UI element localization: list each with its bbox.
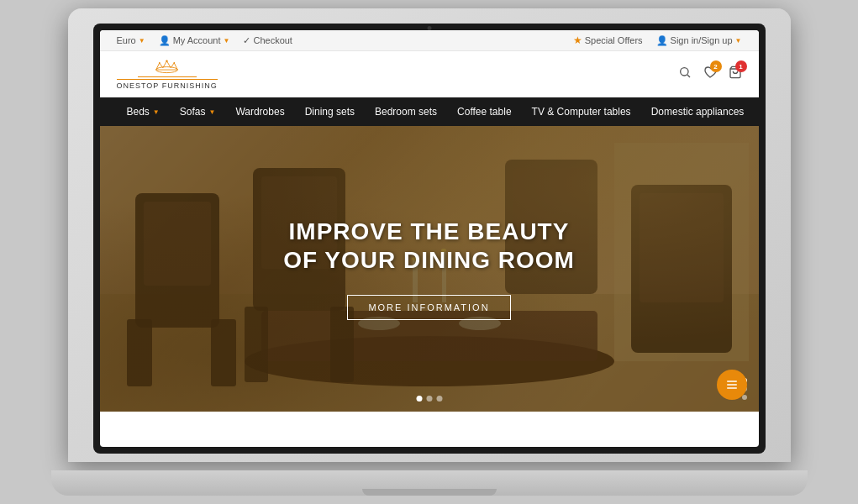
nav-label-coffee-table: Coffee table [457, 106, 512, 118]
nav-label-dining-sets: Dining sets [305, 106, 355, 118]
browser-screen: Euro ▼ 👤 My Account ▼ ✓ Checkout [100, 30, 759, 447]
checkout-icon: ✓ [243, 35, 250, 46]
account-label: My Account [173, 35, 221, 45]
cart-button[interactable]: 1 [729, 66, 742, 82]
slider-dot-1[interactable] [416, 396, 422, 402]
nav-item-coffee-table[interactable]: Coffee table [447, 97, 522, 126]
header-icons: 2 1 [678, 66, 742, 82]
person-icon: 👤 [656, 35, 668, 46]
search-button[interactable] [678, 66, 692, 82]
logo-text: ONESTOP FURNISHING [117, 79, 218, 90]
hero-title: IMPROVE THE BEAUTY OF YOUR DINING ROOM [283, 218, 575, 274]
logo-separator [138, 76, 197, 77]
nav-item-bedroom-sets[interactable]: Bedroom sets [365, 97, 447, 126]
main-nav: Beds ▼ Sofas ▼ Wardrobes Dining sets Bed [100, 97, 759, 126]
menu-icon [725, 378, 739, 391]
slider-dot-3[interactable] [436, 396, 442, 402]
float-menu-button[interactable] [717, 370, 747, 400]
hero-title-line2: OF YOUR DINING ROOM [283, 247, 575, 273]
nav-label-wardrobes: Wardrobes [235, 106, 284, 118]
special-offers-link[interactable]: ★ Special Offers [573, 34, 643, 46]
site-header: ONESTOP FURNISHING [100, 51, 759, 97]
nav-item-tv-computer[interactable]: TV & Computer tables [522, 97, 641, 126]
signin-dropdown-arrow: ▼ [735, 37, 742, 45]
account-icon: 👤 [159, 35, 171, 46]
sofas-dropdown-arrow: ▼ [208, 108, 215, 116]
hero-content: IMPROVE THE BEAUTY OF YOUR DINING ROOM M… [100, 126, 759, 412]
camera-dot [427, 26, 431, 30]
laptop-base [51, 470, 808, 496]
my-account-link[interactable]: 👤 My Account ▼ [159, 35, 230, 46]
wishlist-button[interactable]: 2 [703, 66, 717, 82]
svg-point-2 [166, 60, 167, 61]
logo[interactable]: ONESTOP FURNISHING [117, 58, 218, 90]
signin-link[interactable]: 👤 Sign in/Sign up ▼ [656, 35, 742, 46]
hero-title-line1: IMPROVE THE BEAUTY [289, 218, 570, 244]
nav-item-domestic[interactable]: Domestic appliances [641, 97, 755, 126]
nav-item-dining-sets[interactable]: Dining sets [295, 97, 365, 126]
top-bar: Euro ▼ 👤 My Account ▼ ✓ Checkout [100, 30, 759, 51]
svg-point-5 [680, 68, 687, 76]
crown-svg [152, 58, 182, 75]
nav-label-beds: Beds [127, 106, 150, 118]
cart-badge: 1 [735, 60, 747, 72]
svg-rect-33 [727, 384, 737, 385]
nav-item-sofas[interactable]: Sofas ▼ [170, 97, 226, 126]
svg-line-6 [687, 75, 690, 77]
checkout-link[interactable]: ✓ Checkout [243, 35, 292, 46]
star-icon: ★ [573, 34, 582, 46]
slider-dot-2[interactable] [426, 396, 432, 402]
nav-item-beds[interactable]: Beds ▼ [117, 97, 170, 126]
currency-selector[interactable]: Euro ▼ [117, 35, 145, 45]
nav-label-bedroom-sets: Bedroom sets [375, 106, 437, 118]
hero-section: IMPROVE THE BEAUTY OF YOUR DINING ROOM M… [100, 126, 759, 412]
currency-dropdown-arrow: ▼ [139, 37, 145, 45]
nav-label-sofas: Sofas [180, 106, 206, 118]
svg-point-3 [159, 62, 161, 64]
checkout-label: Checkout [253, 35, 292, 45]
nav-label-tv-computer: TV & Computer tables [532, 106, 631, 118]
svg-rect-32 [727, 381, 737, 381]
beds-dropdown-arrow: ▼ [153, 108, 160, 116]
nav-label-domestic: Domestic appliances [651, 106, 745, 118]
account-dropdown-arrow: ▼ [224, 37, 230, 45]
nav-item-wardrobes[interactable]: Wardrobes [225, 97, 294, 126]
slider-dots [416, 396, 442, 402]
currency-label: Euro [117, 35, 136, 45]
svg-point-4 [173, 62, 175, 64]
signin-label: Sign in/Sign up [671, 35, 733, 45]
svg-rect-34 [727, 387, 737, 388]
wishlist-badge: 2 [710, 60, 722, 72]
more-information-button[interactable]: MORE INFORMATION [347, 295, 510, 320]
special-offers-label: Special Offers [585, 35, 643, 45]
